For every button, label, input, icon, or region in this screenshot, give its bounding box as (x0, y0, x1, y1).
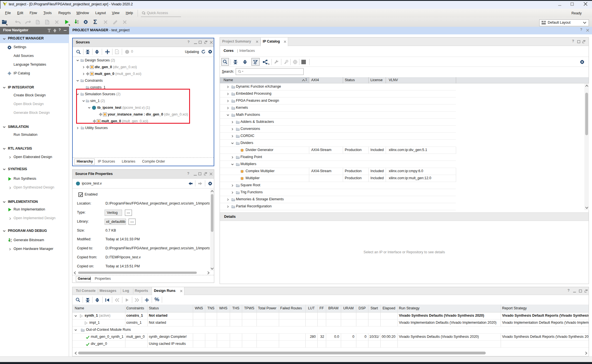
svg-text:?: ? (116, 51, 118, 54)
